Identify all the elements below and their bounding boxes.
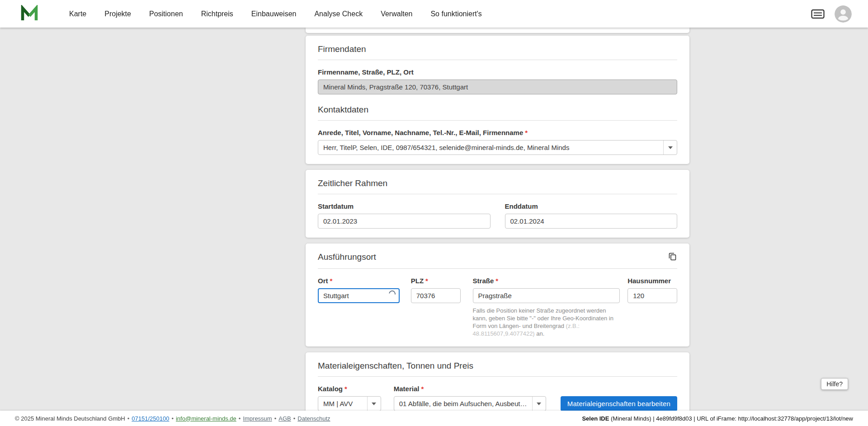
footer-copyright: © 2025 Mineral Minds Deutschland GmbH bbox=[15, 415, 125, 422]
footer-separator: • bbox=[127, 415, 130, 422]
required-asterisk: * bbox=[495, 277, 498, 285]
footer-app-name: Selen IDE bbox=[582, 415, 609, 422]
server-icon[interactable] bbox=[811, 8, 825, 20]
footer-left: © 2025 Mineral Minds Deutschland GmbH • … bbox=[15, 415, 330, 422]
material-select-value: 01 Abfälle, die beim Aufsuchen, Ausbeute… bbox=[399, 400, 532, 407]
ort-label: Ort* bbox=[318, 277, 400, 285]
kontakt-select[interactable]: Herr, TitelP, Selen, IDE, 0987/654321, s… bbox=[318, 140, 677, 155]
startdatum-field: Startdatum bbox=[318, 194, 491, 229]
nav-menu: Karte Projekte Positionen Richtpreis Ein… bbox=[60, 10, 491, 18]
company-input bbox=[318, 80, 677, 94]
ort-input[interactable] bbox=[318, 288, 400, 303]
katalog-label-text: Katalog bbox=[318, 385, 343, 393]
footer-email-link[interactable]: info@mineral-minds.de bbox=[176, 415, 236, 422]
katalog-field: Katalog* MM | AVV bbox=[318, 377, 381, 411]
user-avatar[interactable] bbox=[835, 5, 852, 23]
strasse-label: Straße* bbox=[473, 277, 620, 285]
strasse-hint: Falls die Position keiner Straße zugeord… bbox=[473, 307, 620, 337]
chevron-down-icon bbox=[367, 397, 381, 411]
company-field-label-text: Firmenname, Straße, PLZ, Ort bbox=[318, 68, 414, 76]
mineral-minds-logo[interactable] bbox=[20, 5, 38, 23]
footer-phone-link[interactable]: 07151/250100 bbox=[132, 415, 169, 422]
nav-item-so-funktionierts[interactable]: So funktioniert's bbox=[421, 10, 491, 18]
card-firmendaten: Firmendaten Firmenname, Straße, PLZ, Ort… bbox=[306, 36, 689, 164]
ausfuehrungsort-title: Ausführungsort bbox=[318, 252, 376, 262]
hausnummer-input[interactable] bbox=[627, 288, 677, 303]
required-asterisk: * bbox=[425, 277, 428, 285]
nav-right-tools bbox=[811, 5, 852, 23]
logo-icon bbox=[20, 5, 38, 23]
enddatum-label: Enddatum bbox=[505, 202, 678, 211]
footer-right: Selen IDE (Mineral Minds) | 4e89fd9f8d03… bbox=[582, 415, 853, 422]
required-asterisk: * bbox=[344, 385, 347, 393]
card-ausfuehrungsort: Ausführungsort Ort* bbox=[306, 243, 689, 346]
divider bbox=[318, 120, 677, 121]
footer-separator: • bbox=[239, 415, 241, 422]
katalog-select-value: MM | AVV bbox=[323, 400, 367, 407]
nav-item-karte[interactable]: Karte bbox=[60, 10, 95, 18]
material-label-text: Material bbox=[394, 385, 420, 393]
required-asterisk: * bbox=[330, 277, 333, 285]
materialeigenschaften-bearbeiten-button[interactable]: Materialeigenschaften bearbeiten bbox=[561, 396, 677, 411]
footer-datenschutz-link[interactable]: Datenschutz bbox=[297, 415, 330, 422]
strasse-field: Straße* Falls die Position keiner Straße… bbox=[473, 269, 620, 337]
ort-label-text: Ort bbox=[318, 277, 328, 285]
katalog-label: Katalog* bbox=[318, 385, 381, 393]
card-zeitlicher-rahmen: Zeitlicher Rahmen Startdatum Enddatum bbox=[306, 170, 689, 238]
footer-separator: • bbox=[171, 415, 174, 422]
nav-item-richtpreis[interactable]: Richtpreis bbox=[192, 10, 242, 18]
plz-input[interactable] bbox=[411, 288, 461, 303]
required-asterisk: * bbox=[525, 129, 528, 136]
material-select[interactable]: 01 Abfälle, die beim Aufsuchen, Ausbeute… bbox=[394, 396, 546, 411]
plz-field: PLZ* bbox=[411, 269, 461, 303]
nav-item-verwalten[interactable]: Verwalten bbox=[372, 10, 421, 18]
person-icon bbox=[835, 5, 852, 23]
footer-impressum-link[interactable]: Impressum bbox=[243, 415, 272, 422]
help-button[interactable]: Hilfe? bbox=[821, 378, 848, 390]
material-label: Material* bbox=[394, 385, 546, 393]
kontakt-field-label-text: Anrede, Titel, Vorname, Nachname, Tel.-N… bbox=[318, 129, 523, 136]
zeitraum-title: Zeitlicher Rahmen bbox=[318, 178, 677, 188]
strasse-label-text: Straße bbox=[473, 277, 494, 285]
material-title: Materialeigenschaften, Tonnen und Preis bbox=[318, 360, 677, 371]
ort-field: Ort* bbox=[318, 269, 400, 303]
kontakt-select-value: Herr, TitelP, Selen, IDE, 0987/654321, s… bbox=[323, 144, 663, 151]
footer-separator: • bbox=[274, 415, 277, 422]
plz-label: PLZ* bbox=[411, 277, 461, 285]
nav-item-analyse-check[interactable]: Analyse Check bbox=[305, 10, 372, 18]
hausnummer-label: Hausnummer bbox=[627, 277, 677, 285]
plz-label-text: PLZ bbox=[411, 277, 424, 285]
kontakt-field-label: Anrede, Titel, Vorname, Nachname, Tel.-N… bbox=[318, 129, 677, 137]
strasse-hint-end: an. bbox=[535, 330, 545, 337]
chevron-down-icon bbox=[532, 397, 546, 411]
copy-icon[interactable] bbox=[668, 252, 677, 263]
required-asterisk: * bbox=[421, 385, 424, 393]
footer-agb-link[interactable]: AGB bbox=[278, 415, 291, 422]
material-field: Material* 01 Abfälle, die beim Aufsuchen… bbox=[394, 377, 546, 411]
footer-separator: • bbox=[293, 415, 296, 422]
company-field-label: Firmenname, Straße, PLZ, Ort bbox=[318, 68, 677, 76]
kontaktdaten-title: Kontaktdaten bbox=[318, 104, 677, 115]
top-navigation: Karte Projekte Positionen Richtpreis Ein… bbox=[0, 0, 868, 28]
footer-iframe-info: (Mineral Minds) | 4e89fd9f8d03 | URL of … bbox=[609, 415, 853, 422]
divider bbox=[318, 60, 677, 60]
nav-item-positionen[interactable]: Positionen bbox=[140, 10, 192, 18]
chevron-down-icon bbox=[663, 140, 677, 154]
startdatum-input[interactable] bbox=[318, 214, 491, 229]
enddatum-field: Enddatum bbox=[505, 194, 678, 229]
katalog-select[interactable]: MM | AVV bbox=[318, 396, 381, 411]
strasse-hint-main: Falls die Position keiner Straße zugeord… bbox=[473, 307, 613, 329]
page-body: Firmendaten Firmenname, Straße, PLZ, Ort… bbox=[0, 0, 868, 426]
card-partial-top bbox=[306, 28, 689, 33]
firmendaten-title: Firmendaten bbox=[318, 44, 677, 54]
footer: © 2025 Mineral Minds Deutschland GmbH • … bbox=[0, 411, 868, 426]
form-column: Firmendaten Firmenname, Straße, PLZ, Ort… bbox=[306, 28, 689, 426]
nav-item-projekte[interactable]: Projekte bbox=[95, 10, 140, 18]
nav-item-einbauweisen[interactable]: Einbauweisen bbox=[242, 10, 306, 18]
startdatum-label: Startdatum bbox=[318, 202, 491, 211]
strasse-input[interactable] bbox=[473, 288, 620, 303]
hausnummer-field: Hausnummer bbox=[627, 269, 677, 303]
enddatum-input[interactable] bbox=[505, 214, 678, 229]
